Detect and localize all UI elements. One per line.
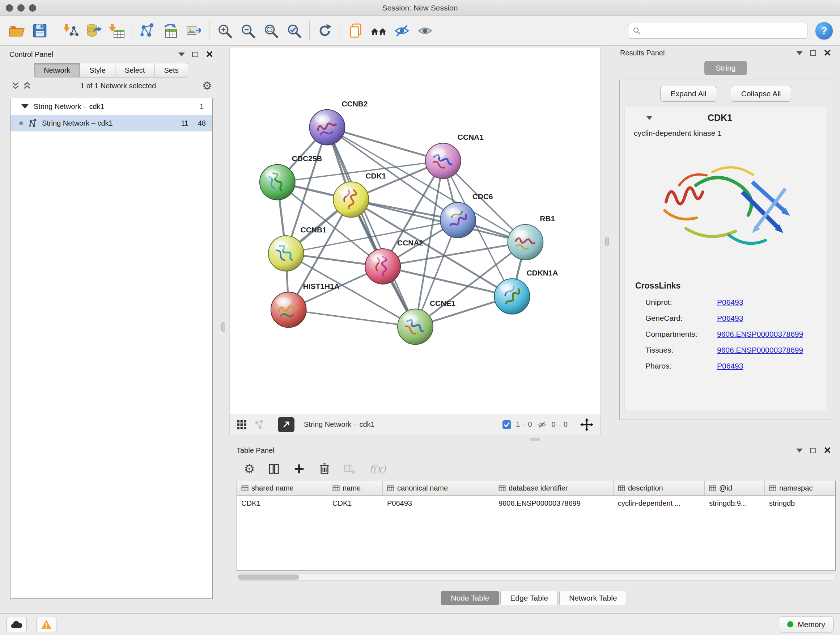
network-options-gear-icon[interactable]: ⚙ bbox=[202, 80, 212, 91]
column-header-canonical-name[interactable]: canonical name bbox=[383, 481, 494, 495]
detach-view-button[interactable] bbox=[278, 417, 294, 432]
column-header-shared-name[interactable]: shared name bbox=[237, 481, 328, 495]
home-button[interactable] bbox=[367, 19, 390, 42]
edge-CCNB2-CCNA1[interactable] bbox=[327, 127, 443, 161]
column-header-database-identifier[interactable]: database identifier bbox=[494, 481, 614, 495]
crosslink-link-uniprot[interactable]: P06493 bbox=[717, 298, 743, 307]
tab-network[interactable]: Network bbox=[34, 63, 80, 78]
panel-close-icon[interactable]: ✕ bbox=[823, 49, 831, 57]
crosslink-link-tissues[interactable]: 9606.ENSP00000378699 bbox=[717, 346, 803, 355]
tab-network-table[interactable]: Network Table bbox=[559, 591, 627, 605]
crosslink-link-genecard[interactable]: P06493 bbox=[717, 314, 743, 323]
network-collection-label: String Network – cdk1 bbox=[34, 103, 104, 111]
panel-float-icon[interactable] bbox=[192, 52, 198, 57]
memory-label: Memory bbox=[798, 620, 825, 629]
import-network-database-button[interactable] bbox=[82, 19, 105, 42]
toolbar-separator bbox=[340, 21, 340, 40]
crosslink-link-compartments[interactable]: 9606.ENSP00000378699 bbox=[717, 330, 803, 339]
app-window: Session: New Session bbox=[0, 0, 840, 635]
table-header-row: shared namenamecanonical namedatabase id… bbox=[237, 481, 835, 496]
panel-menu-icon[interactable] bbox=[796, 448, 803, 453]
crosslink-row: Compartments:9606.ENSP00000378699 bbox=[645, 330, 827, 339]
export-image-button[interactable] bbox=[182, 19, 205, 42]
graph-node-HIST1H1A[interactable]: HIST1H1A bbox=[271, 282, 340, 328]
import-table-button[interactable] bbox=[105, 19, 128, 42]
table-options-gear-icon[interactable]: ⚙ bbox=[244, 463, 255, 474]
graph-node-RB1[interactable]: RB1 bbox=[508, 214, 555, 260]
horizontal-splitter-handle[interactable] bbox=[531, 438, 540, 441]
protein-card-header[interactable]: CDK1 bbox=[624, 107, 827, 128]
graph-node-CCNB1[interactable]: CCNB1 bbox=[268, 226, 327, 271]
column-type-icon bbox=[709, 485, 716, 492]
panel-menu-icon[interactable] bbox=[796, 51, 803, 55]
tab-string[interactable]: String bbox=[704, 61, 747, 75]
tab-style[interactable]: Style bbox=[80, 63, 115, 78]
copy-button[interactable] bbox=[344, 19, 367, 42]
pan-move-icon[interactable] bbox=[580, 418, 594, 432]
graph-node-CDK1[interactable]: CDK1 bbox=[333, 172, 386, 217]
tree-expand-icon[interactable] bbox=[21, 104, 28, 109]
tab-edge-table[interactable]: Edge Table bbox=[500, 591, 558, 605]
cloud-status-button[interactable] bbox=[6, 617, 27, 632]
delete-column-trash-icon[interactable] bbox=[318, 463, 331, 475]
collapse-section-icon[interactable] bbox=[646, 116, 653, 120]
graph-node-CCNB2[interactable]: CCNB2 bbox=[309, 100, 368, 145]
edge-HIST1H1A-CCNE1[interactable] bbox=[289, 310, 415, 327]
network-canvas[interactable]: CCNB2CCNA1CDC25BCDK1CDC6RB1CCNB1CCNA2CDK… bbox=[229, 47, 600, 414]
zoom-selected-button[interactable] bbox=[283, 19, 306, 42]
graph-node-CDKN1A[interactable]: CDKN1A bbox=[494, 269, 558, 314]
panel-float-icon[interactable] bbox=[810, 448, 816, 453]
warnings-button[interactable] bbox=[36, 617, 57, 632]
panel-float-icon[interactable] bbox=[810, 50, 816, 56]
column-header-namespac[interactable]: namespac bbox=[765, 481, 836, 495]
show-all-button[interactable] bbox=[414, 19, 437, 42]
table-row[interactable]: CDK1CDK1P064939606.ENSP00000378699cyclin… bbox=[237, 496, 835, 511]
crosslink-link-pharos[interactable]: P06493 bbox=[717, 362, 743, 371]
network-collection-row[interactable]: String Network – cdk1 1 bbox=[11, 98, 212, 115]
column-header-name[interactable]: name bbox=[328, 481, 383, 495]
search-box[interactable] bbox=[628, 23, 807, 39]
search-input[interactable] bbox=[644, 27, 803, 35]
vertical-splitter-handle[interactable] bbox=[221, 322, 225, 332]
open-session-button[interactable] bbox=[5, 19, 28, 42]
help-button[interactable]: ? bbox=[815, 22, 833, 40]
zoom-fit-button[interactable] bbox=[259, 19, 283, 42]
panel-close-icon[interactable]: ✕ bbox=[205, 51, 213, 58]
results-panel-title: Results Panel bbox=[620, 49, 665, 57]
zoom-out-button[interactable] bbox=[236, 19, 259, 42]
refresh-button[interactable] bbox=[313, 19, 336, 42]
graph-node-CDC6[interactable]: CDC6 bbox=[440, 192, 493, 238]
column-header-description[interactable]: description bbox=[614, 481, 705, 495]
vertical-splitter-handle[interactable] bbox=[605, 237, 609, 246]
tab-node-table[interactable]: Node Table bbox=[441, 591, 499, 605]
network-row-selected[interactable]: String Network – cdk1 11 48 bbox=[11, 115, 212, 131]
save-session-button[interactable] bbox=[28, 19, 51, 42]
crosslink-label: Compartments: bbox=[645, 330, 717, 339]
tab-select[interactable]: Select bbox=[115, 63, 155, 78]
scrollbar-thumb[interactable] bbox=[238, 575, 299, 580]
panel-close-icon[interactable]: ✕ bbox=[823, 447, 831, 454]
show-columns-icon[interactable] bbox=[268, 463, 280, 475]
hide-selected-button[interactable] bbox=[390, 19, 414, 42]
collapse-all-button[interactable]: Collapse All bbox=[731, 86, 791, 102]
graph-node-CCNA1[interactable]: CCNA1 bbox=[425, 133, 484, 179]
crosslink-row: GeneCard:P06493 bbox=[645, 314, 827, 323]
memory-button[interactable]: Memory bbox=[779, 616, 834, 632]
new-table-button[interactable] bbox=[159, 19, 182, 42]
new-network-button[interactable] bbox=[136, 19, 159, 42]
birds-eye-view-icon[interactable] bbox=[236, 419, 247, 430]
edge-CCNB2-CCNE1[interactable] bbox=[327, 127, 415, 327]
column-header-id[interactable]: @id bbox=[705, 481, 765, 495]
expand-all-button[interactable]: Expand All bbox=[660, 86, 717, 102]
panel-menu-icon[interactable] bbox=[178, 52, 185, 57]
import-network-file-button[interactable] bbox=[59, 19, 82, 42]
function-builder-icon: f(x) bbox=[369, 463, 386, 475]
add-column-icon[interactable] bbox=[293, 463, 305, 475]
zoom-in-button[interactable] bbox=[213, 19, 236, 42]
table-horizontal-scrollbar[interactable] bbox=[237, 573, 836, 581]
collapse-all-icon[interactable] bbox=[11, 81, 20, 90]
edge-CCNA2-CDKN1A[interactable] bbox=[383, 266, 512, 296]
tab-sets[interactable]: Sets bbox=[155, 63, 188, 78]
expand-all-icon[interactable] bbox=[22, 81, 32, 90]
network-selection-text: 1 of 1 Network selected bbox=[34, 82, 202, 90]
